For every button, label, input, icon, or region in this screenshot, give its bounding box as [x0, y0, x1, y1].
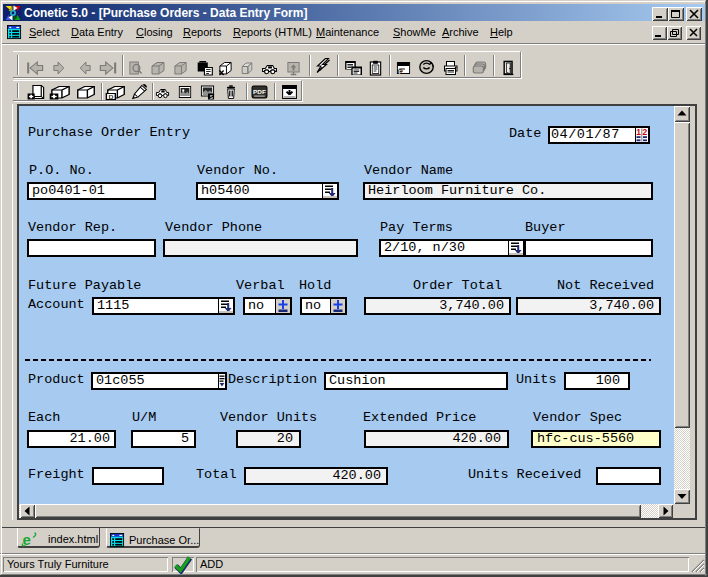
svg-text:p: p	[108, 93, 114, 100]
svg-text:1: 1	[636, 128, 641, 137]
svg-text:PDF: PDF	[253, 89, 266, 96]
svg-text:e: e	[23, 531, 31, 547]
svg-text:2: 2	[642, 128, 647, 137]
svg-text:s: s	[210, 94, 214, 100]
